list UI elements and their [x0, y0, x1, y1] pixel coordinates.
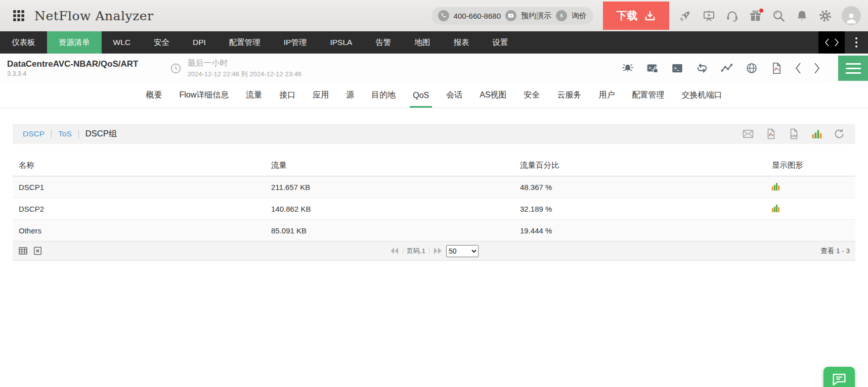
alarm-icon[interactable] — [621, 62, 634, 75]
cell-traffic: 140.862 KB — [265, 205, 514, 213]
tab-as-view[interactable]: AS视图 — [480, 83, 506, 108]
excel-export-icon[interactable] — [33, 246, 42, 256]
nav-item-dpi[interactable]: DPI — [181, 31, 218, 54]
main-nav: 仪表板 资源清单 WLC 安全 DPI 配置管理 IP管理 IPSLA 告警 地… — [0, 31, 868, 54]
cell-percent: 32.189 % — [514, 205, 766, 213]
mail-icon[interactable] — [742, 128, 754, 140]
export-pdf-icon[interactable] — [765, 128, 777, 140]
col-header-graph: 显示图形 — [766, 160, 855, 171]
cell-percent: 19.444 % — [514, 226, 766, 235]
chat-fab-button[interactable] — [823, 367, 855, 387]
table-header-row: 名称 流量 流量百分比 显示图形 — [13, 155, 855, 176]
cell-percent: 48.367 % — [514, 183, 766, 191]
top-utility-bar: NetFlow Analyzer 400-660-8680 预约演示 $ 询价 … — [0, 0, 868, 31]
tab-overview[interactable]: 概要 — [146, 83, 162, 108]
tab-switch-ports[interactable]: 交换机端口 — [682, 83, 722, 108]
nav-item-reports[interactable]: 报表 — [442, 31, 481, 54]
nav-item-inventory[interactable]: 资源清单 — [47, 31, 102, 54]
rocket-icon[interactable] — [679, 9, 692, 23]
tab-traffic[interactable]: 流量 — [246, 83, 262, 108]
bell-icon[interactable] — [795, 9, 809, 23]
nav-item-security[interactable]: 安全 — [142, 31, 181, 54]
nav-item-settings[interactable]: 设置 — [481, 31, 519, 54]
grid-menu-icon[interactable] — [12, 9, 25, 22]
tab-interface[interactable]: 接口 — [279, 83, 295, 108]
export-csv-icon[interactable]: CSV — [788, 128, 800, 140]
nav-item-alarms[interactable]: 告警 — [364, 31, 403, 54]
gear-icon[interactable] — [818, 9, 832, 23]
terminal-icon[interactable]: >_ — [671, 62, 684, 75]
gift-badge-dot — [759, 9, 763, 13]
loop-icon[interactable] — [696, 62, 709, 75]
show-graph-icon[interactable] — [772, 204, 779, 212]
tab-cloud-services[interactable]: 云服务 — [557, 83, 582, 108]
nav-item-dashboard[interactable]: 仪表板 — [0, 31, 47, 54]
tab-users[interactable]: 用户 — [599, 83, 615, 108]
dscp-link[interactable]: DSCP — [23, 129, 45, 138]
headset-icon[interactable] — [725, 9, 739, 23]
cell-traffic: 211.657 KB — [265, 183, 514, 191]
nav-item-wlc[interactable]: WLC — [102, 31, 142, 54]
view-switcher-toolbar: DSCP ToS DSCP组 CSV — [13, 124, 855, 144]
quote-link[interactable]: 询价 — [572, 11, 587, 21]
table-row: Others 85.091 KB 19.444 % — [13, 220, 855, 241]
table-view-icon[interactable] — [18, 246, 28, 256]
green-menu-button[interactable] — [838, 56, 868, 81]
table-row: DSCP1 211.657 KB 48.367 % — [13, 176, 855, 198]
pagination-bar: 页码.1 50 查看 1 - 3 — [13, 241, 855, 261]
page-size-select[interactable]: 50 — [446, 245, 479, 257]
show-graph-icon[interactable] — [772, 182, 779, 190]
nav-item-maps[interactable]: 地图 — [403, 31, 442, 54]
chat-fab-icon — [831, 371, 847, 387]
clock-icon — [169, 62, 182, 75]
prev-page-chevron-icon[interactable] — [795, 62, 802, 75]
divider — [78, 130, 79, 138]
tab-conversation[interactable]: 会话 — [446, 83, 462, 108]
nav-item-ipsla[interactable]: IPSLA — [318, 31, 364, 54]
first-page-icon[interactable] — [389, 247, 399, 255]
demo-link[interactable]: 预约演示 — [521, 11, 551, 21]
download-icon — [644, 10, 656, 22]
tab-qos[interactable]: QoS — [413, 83, 429, 108]
page-number-label: 页码.1 — [407, 247, 425, 256]
gift-icon[interactable] — [749, 9, 762, 23]
presentation-icon[interactable] — [702, 9, 716, 23]
time-period-selector[interactable]: 最后一小时 2024-12-12 22:46 到 2024-12-12 23:4… — [169, 58, 301, 79]
qos-report-content: DSCP ToS DSCP组 CSV — [0, 124, 868, 261]
nav-item-config-mgmt[interactable]: 配置管理 — [218, 31, 272, 54]
search-icon[interactable] — [772, 9, 786, 23]
tab-destination[interactable]: 目的地 — [371, 83, 396, 108]
next-page-chevron-icon[interactable] — [813, 62, 820, 75]
cell-name: DSCP2 — [13, 205, 265, 213]
device-version: 3.3.3.4 — [7, 70, 138, 77]
price-icon: $ — [556, 10, 567, 21]
chevron-left-icon — [824, 38, 830, 47]
tab-flow-details[interactable]: Flow详细信息 — [179, 83, 229, 108]
next-page-icon[interactable] — [433, 247, 443, 255]
tab-config-mgmt[interactable]: 配置管理 — [632, 83, 665, 108]
app-title: NetFlow Analyzer — [34, 9, 154, 23]
pdf-file-icon[interactable] — [770, 62, 783, 75]
col-header-traffic: 流量 — [265, 160, 514, 171]
video-demo-icon — [505, 10, 516, 21]
refresh-icon[interactable] — [833, 128, 845, 140]
chart-icon[interactable] — [810, 128, 822, 140]
tab-source[interactable]: 源 — [346, 83, 354, 108]
terminal-lock-icon[interactable]: >_ — [646, 62, 659, 75]
line-graph-icon[interactable] — [720, 62, 733, 75]
cell-name: DSCP1 — [13, 183, 265, 191]
download-button[interactable]: 下载 — [603, 2, 669, 30]
tab-security[interactable]: 安全 — [524, 83, 540, 108]
user-avatar[interactable] — [842, 6, 861, 25]
tab-application[interactable]: 应用 — [313, 83, 329, 108]
tos-link[interactable]: ToS — [58, 129, 72, 138]
nav-item-ip-mgmt[interactable]: IP管理 — [272, 31, 319, 54]
contact-phone[interactable]: 400-660-8680 — [454, 12, 501, 20]
dscp-group-current: DSCP组 — [85, 128, 117, 139]
nav-kebab-menu[interactable] — [845, 31, 868, 54]
cell-name: Others — [13, 226, 265, 235]
globe-icon[interactable] — [745, 62, 758, 75]
pager-controls: 页码.1 50 — [389, 245, 479, 257]
nav-scroll-arrows[interactable] — [818, 31, 845, 54]
svg-text:CSV: CSV — [791, 134, 797, 137]
